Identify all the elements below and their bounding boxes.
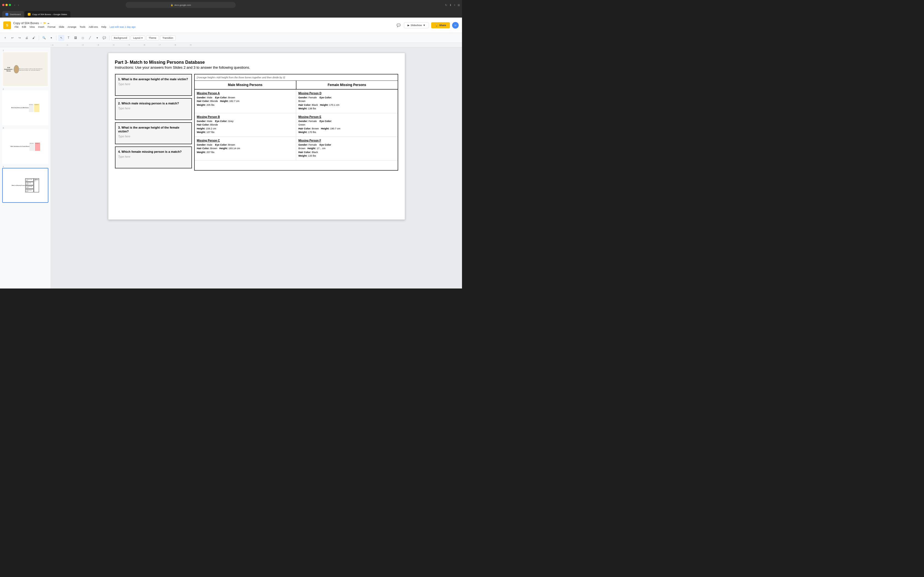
- menu-tools[interactable]: Tools: [78, 25, 87, 29]
- slide-header: Part 3- Match to Missing Persons Databas…: [115, 60, 398, 69]
- question-1-input[interactable]: Type here: [118, 83, 189, 86]
- image-tool[interactable]: 🖼: [73, 35, 79, 41]
- browser-right-icons: ↻ ⬇ + ⊞: [445, 3, 460, 6]
- sidebar-slide-1[interactable]: 5:04 Assessment - Bones A forensic analy…: [2, 52, 48, 87]
- ruler-mark-0: -1: [51, 44, 66, 46]
- person-a-gender: Gender: Male Eye Color: Brown: [197, 96, 294, 100]
- person-f-eyecolor: Brown Height: 17... cm: [298, 147, 396, 151]
- cursor-tool[interactable]: ↖: [58, 35, 65, 41]
- tab-dashboard[interactable]: Dashboard: [2, 11, 24, 18]
- person-a-weight: Weight: 205 lbs: [197, 103, 294, 107]
- menu-addons[interactable]: Add-ons: [87, 25, 99, 29]
- question-4-box[interactable]: 4. Which female missing person is a matc…: [115, 147, 192, 168]
- comment-tool[interactable]: 💬: [101, 35, 107, 41]
- line-tool[interactable]: ╱: [87, 35, 93, 41]
- slide-num-2: 2: [2, 88, 48, 90]
- app-title: Copy of 504 Bones ☆ 📁 ☁: [13, 21, 137, 25]
- last-edit[interactable]: Last edit was 1 day ago: [108, 25, 137, 29]
- question-2-input[interactable]: Type here: [118, 107, 189, 110]
- grid-icon[interactable]: ⊞: [457, 3, 460, 6]
- sidebar-slide-2[interactable]: Slide Calculations for Male Bones table …: [2, 90, 48, 125]
- person-d-hair: Hair Color: Black Height: 170.1 cm: [298, 103, 396, 107]
- app-title-icons: ☆ 📁 ☁: [40, 22, 50, 24]
- person-f-name: Missing Person F: [298, 139, 396, 142]
- header-female: Female Missing Persons: [296, 81, 397, 89]
- tab-slides[interactable]: Copy of 504 Bones – Google Slides: [24, 11, 70, 18]
- browser-nav[interactable]: ‹ ›: [13, 3, 20, 7]
- question-3-input[interactable]: Type here: [118, 135, 189, 138]
- cloud-icon[interactable]: ☁: [47, 22, 50, 24]
- share-button[interactable]: 🔒 Share: [431, 22, 450, 28]
- slideshow-dropdown-icon[interactable]: ▼: [423, 24, 425, 27]
- sidebar-slide-4[interactable]: Match to Missing Persons 1. Average heig…: [2, 168, 48, 203]
- person-e-name: Missing Person E: [298, 115, 396, 118]
- question-2-text: 2. Which male missing person is a match?: [118, 102, 189, 105]
- zoom-button[interactable]: 🔍: [41, 35, 47, 41]
- star-icon[interactable]: ☆: [40, 22, 42, 24]
- menu-slide[interactable]: Slide: [57, 25, 65, 29]
- back-arrow[interactable]: ‹: [13, 3, 16, 7]
- line-dropdown[interactable]: ▾: [94, 35, 100, 41]
- slide-num-1: 1: [2, 50, 48, 52]
- toolbar: + ↩ ↪ 🖨 🖌 🔍 ▾ ↖ T 🖼 ◻ ╱ ▾ 💬 Background L…: [0, 33, 462, 43]
- slide-canvas: Part 3- Match to Missing Persons Databas…: [108, 53, 405, 220]
- divider-3: [109, 35, 110, 40]
- background-button[interactable]: Background: [111, 35, 129, 40]
- browser-dot-red: [2, 4, 5, 6]
- question-3-box[interactable]: 3. What is the average height of the fem…: [115, 122, 192, 144]
- transition-button[interactable]: Transition: [160, 35, 176, 40]
- zoom-dropdown[interactable]: ▾: [48, 35, 54, 41]
- ruler-mark-3: 3: [97, 44, 113, 46]
- theme-button[interactable]: Theme: [146, 35, 159, 40]
- question-1-box[interactable]: 1. What is the average height of the mal…: [115, 74, 192, 96]
- ruler-mark-5: 5: [128, 44, 143, 46]
- slideshow-button[interactable]: ▶ Slideshow ▼: [404, 22, 429, 28]
- add-button[interactable]: +: [2, 35, 8, 41]
- menu-view[interactable]: View: [28, 25, 36, 29]
- forward-arrow[interactable]: ›: [17, 3, 20, 7]
- download-icon[interactable]: ⬇: [449, 3, 452, 6]
- menu-help[interactable]: Help: [100, 25, 108, 29]
- sidebar-slide-3[interactable]: Slide Calculations for Female Bones tabl…: [2, 129, 48, 164]
- ruler-mark-7: 7: [159, 44, 174, 46]
- person-c-weight: Weight: 207 lbs: [197, 151, 294, 155]
- question-4-input[interactable]: Type here: [118, 155, 189, 158]
- menu-edit[interactable]: Edit: [21, 25, 28, 29]
- slide-num-4: 4: [2, 166, 48, 168]
- slide-thumb-3-content: Slide Calculations for Female Bones tabl…: [3, 130, 48, 163]
- menu-arrange[interactable]: Arrange: [66, 25, 78, 29]
- header-right: 💬 ▶ Slideshow ▼ 🔒 Share U: [395, 22, 459, 29]
- question-2-box[interactable]: 2. Which male missing person is a match?…: [115, 98, 192, 120]
- new-tab-icon[interactable]: +: [454, 3, 456, 6]
- person-e-hair: Hair Color: Brown Height: 190.7 cm: [298, 127, 396, 131]
- folder-icon[interactable]: 📁: [43, 22, 46, 24]
- browser-dot-green: [9, 4, 11, 6]
- shape-tool[interactable]: ◻: [80, 35, 86, 41]
- print-button[interactable]: 🖨: [24, 35, 30, 41]
- menu-insert[interactable]: Insert: [37, 25, 46, 29]
- undo-button[interactable]: ↩: [9, 35, 15, 41]
- browser-dot-yellow: [5, 4, 8, 6]
- person-a-cell: Missing Person A Gender: Male Eye Color:…: [195, 90, 296, 113]
- paint-format-button[interactable]: 🖌: [31, 35, 37, 41]
- comment-button[interactable]: 💬: [395, 22, 402, 29]
- menu-file[interactable]: File: [13, 25, 20, 29]
- dashboard-icon: [5, 13, 8, 16]
- refresh-icon[interactable]: ↻: [445, 3, 447, 6]
- person-f-hair: Hair Color: Black: [298, 151, 396, 155]
- sidebar: 1 5:04 Assessment - Bones A forensic ana…: [0, 47, 51, 288]
- person-a-name: Missing Person A: [197, 92, 294, 95]
- ruler-mark-9: 9: [189, 44, 205, 46]
- person-b-hair: Hair Color: Blonde: [197, 123, 294, 127]
- menu-format[interactable]: Format: [46, 25, 57, 29]
- address-bar[interactable]: 🔒 docs.google.com: [126, 2, 236, 8]
- hint-row: (Average height= Add height from the thr…: [195, 74, 397, 81]
- url-text: docs.google.com: [174, 4, 191, 6]
- layout-button[interactable]: Layout ▾: [131, 35, 145, 40]
- redo-button[interactable]: ↪: [16, 35, 23, 41]
- slide-content: 1. What is the average height of the mal…: [115, 74, 398, 171]
- person-d-gender: Gender: Female Eye Color:: [298, 96, 396, 100]
- text-tool[interactable]: T: [65, 35, 71, 41]
- person-c-cell: Missing Person C Gender: Male Eye Color:…: [195, 137, 296, 160]
- user-avatar[interactable]: U: [452, 22, 459, 29]
